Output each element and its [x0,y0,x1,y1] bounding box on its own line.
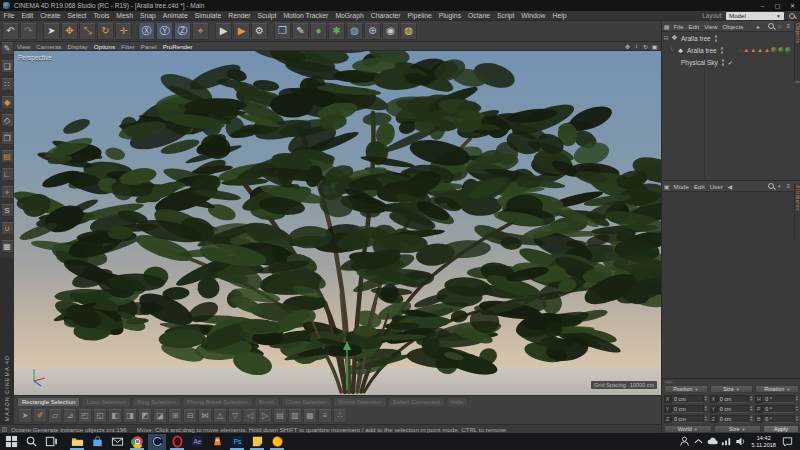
stepper-icon[interactable]: ▲▼ [704,396,708,402]
position-z-field[interactable]: 0 cm [671,415,704,423]
live-select-brush-button[interactable]: ✐ [33,409,47,423]
polygon-pen-button[interactable]: ▱ [48,409,62,423]
add-metaball-button[interactable]: ◍ [346,23,363,40]
material-tag-icon[interactable] [785,47,791,53]
palette-tab-phong-break-selection[interactable]: Phong Break Selection [182,397,253,406]
size-x-field[interactable]: 0 cm [717,395,750,403]
add-subdivision-surface-button[interactable]: ● [310,23,327,40]
rotation-header-combo[interactable]: Rotation▼ [755,385,799,393]
om-menu-view[interactable]: View [702,23,720,30]
opera-taskbar-button[interactable] [168,434,186,450]
viewport-menu-panel[interactable]: Panel [138,43,160,50]
knife-tool-button[interactable]: ◩ [138,409,152,423]
toggle-view-icon[interactable]: ▣ [650,42,659,50]
collapse-icon[interactable]: ⊟ [662,35,670,41]
stepper-icon[interactable]: ▲▼ [704,416,708,422]
taskbar-clock[interactable]: 14:42 5.11.2018 [752,435,776,448]
last-used-tool-button[interactable]: ✛ [115,23,132,40]
octane-tag-icon[interactable]: ▲ [750,47,756,53]
position-header-combo[interactable]: Position▼ [664,385,708,393]
coordinate-space-combo[interactable]: World▼ [664,425,712,433]
rotation-b-field[interactable]: 0 ° [762,415,795,423]
explorer-taskbar-button[interactable] [68,434,86,450]
photoshop-taskbar-button[interactable]: Ps [228,434,246,450]
add-spline-button[interactable]: ✎ [292,23,309,40]
chevron-up-tray-icon[interactable] [692,435,706,449]
lock-x-axis-button[interactable]: Ⓧ [138,23,155,40]
panel-grid-icon[interactable]: ▦ [662,23,671,30]
visibility-dots[interactable] [715,34,718,42]
workplane-mode-button[interactable]: ∟ [1,168,14,181]
pan-view-icon[interactable]: ✥ [623,42,632,50]
menu-script[interactable]: Script [493,12,517,19]
expand-arrow-icon[interactable]: ▸ [754,23,763,30]
objects-side-tab[interactable]: Objects [794,21,800,81]
coordinate-system-button[interactable]: ⌖ [192,23,209,40]
polygons-mode-button[interactable]: ◆ [1,96,14,109]
after-effects-taskbar-button[interactable]: Ae [188,434,206,450]
search-icon[interactable] [788,12,796,20]
object-manager-body[interactable]: ⊟❖Aralia tree└♣Aralia tree∴▲▲▲▲Physical … [662,32,800,180]
magnet-tool-button[interactable]: ∴ [333,409,347,423]
position-x-field[interactable]: 0 cm [671,395,704,403]
history-icon[interactable]: ◐ [775,183,784,189]
viewport-canvas[interactable]: Perspective Grid Spacing 10000 cm [14,51,661,395]
om-menu-edit[interactable]: Edit [686,23,702,30]
menu-mograph[interactable]: MoGraph [332,12,367,19]
menu-character[interactable]: Character [367,12,404,19]
onedrive-tray-icon[interactable] [706,435,720,449]
render-view-button[interactable]: ▶ [215,23,232,40]
menu-create[interactable]: Create [37,12,64,19]
vlc-taskbar-button[interactable] [208,434,226,450]
menu-select[interactable]: Select [64,12,90,19]
menu-motion-tracker[interactable]: Motion Tracker [280,12,332,19]
maximize-button[interactable]: ▢ [770,0,785,11]
back-arrow-icon[interactable]: ◀ [725,183,734,190]
palette-tab-rectangle-selection[interactable]: Rectangle Selection [17,397,80,406]
extrude-inner-tool-button[interactable]: ◱ [93,409,107,423]
people-tray-icon[interactable] [678,435,692,449]
normal-move-tool-button[interactable]: ▷ [258,409,272,423]
om-menu-file[interactable]: File [671,23,686,30]
viewport[interactable]: ViewCamerasDisplayOptionsFilterPanelProR… [14,42,661,395]
add-array-generator-button[interactable]: ✱ [328,23,345,40]
search-taskbar-button[interactable] [22,434,40,450]
subdivide-tool-button[interactable]: ⊞ [168,409,182,423]
viewport-menu-display[interactable]: Display [64,43,90,50]
close-button[interactable]: ✕ [785,0,800,11]
rotate-view-icon[interactable]: ↻ [641,42,650,50]
add-camera-button[interactable]: ◉ [382,23,399,40]
viewport-menu-filter[interactable]: Filter [118,43,138,50]
menu-mesh[interactable]: Mesh [113,12,137,19]
menu-plugins[interactable]: Plugins [435,12,464,19]
viewport-menu-options[interactable]: Options [91,43,118,50]
palette-tab-close-selection[interactable]: Close Selection [281,397,333,406]
modeling-pen-button[interactable]: ✎ [1,42,14,55]
object-label[interactable]: Aralia tree [681,35,711,42]
lock-y-axis-button[interactable]: Ⓨ [156,23,173,40]
am-menu-user[interactable]: User [707,183,725,190]
minimize-button[interactable]: – [755,0,770,11]
octane-dots-tag-icon[interactable]: ∴ [739,48,742,53]
add-light-button[interactable]: ◍ [400,23,417,40]
stepper-icon[interactable]: ▲▼ [749,416,753,422]
octane-tag-icon[interactable]: ▲ [743,47,749,53]
home-icon[interactable]: ⌂ [775,23,784,29]
size-z-field[interactable]: 0 cm [717,415,750,423]
melt-tool-button[interactable]: ▽ [228,409,242,423]
octane-tag-icon[interactable]: ▲ [757,47,763,53]
palette-tab-hide[interactable]: Hide [446,397,468,406]
zoom-view-icon[interactable]: ↕ [632,42,641,50]
attributes-side-tab[interactable]: Attributes [794,183,800,238]
points-mode-button[interactable]: ∷ [1,78,14,91]
object-row[interactable]: └♣Aralia tree∴▲▲▲▲ [662,44,800,56]
enabled-check-icon[interactable]: ✓ [728,59,733,66]
smooth-shift-tool-button[interactable]: ▥ [288,409,302,423]
am-menu-edit[interactable]: Edit [691,183,707,190]
matrix-extrude-tool-button[interactable]: ▤ [273,409,287,423]
object-label[interactable]: Aralia tree [687,47,717,54]
stepper-icon[interactable]: ▲▼ [749,396,753,402]
material-tag-icon[interactable] [771,47,777,53]
mail-taskbar-button[interactable] [108,434,126,450]
size-mode-combo[interactable]: Size▼ [714,425,762,433]
